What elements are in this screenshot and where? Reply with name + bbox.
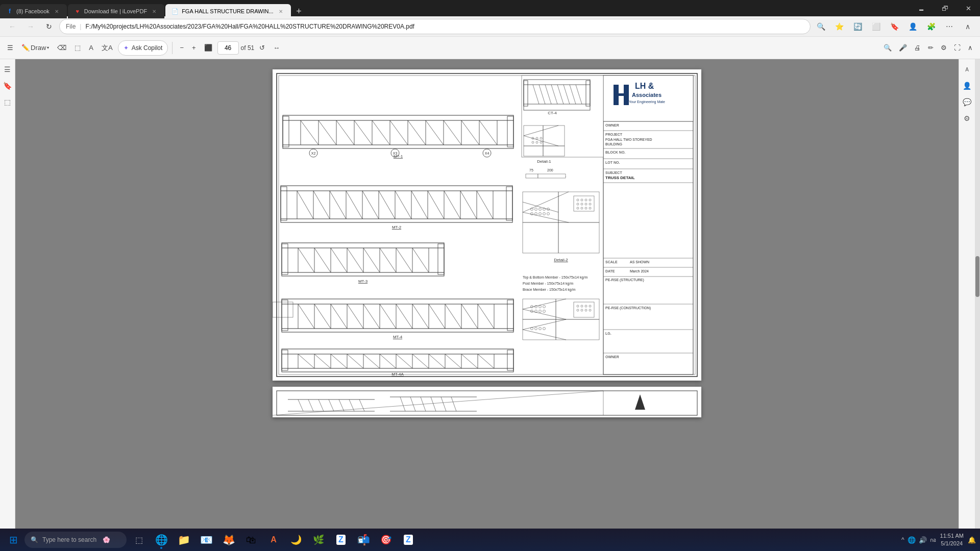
minimize-button[interactable]: 🗕	[910, 0, 933, 16]
svg-text:CT-4: CT-4	[548, 111, 557, 115]
svg-line-205	[314, 354, 331, 368]
copilot-btn[interactable]: ✦ Ask Copilot	[118, 40, 168, 56]
close-button[interactable]: ✕	[957, 0, 980, 16]
back-button[interactable]: ←	[4, 18, 20, 35]
tray-thai-icon[interactable]: กอ	[930, 536, 936, 544]
search-pdf-btn[interactable]: 🔍	[880, 40, 895, 56]
settings-btn[interactable]: ⚙	[938, 40, 950, 56]
taskbar-zoom-2[interactable]: Z	[398, 530, 419, 550]
svg-point-259	[531, 306, 533, 308]
sidebar-right-icon-4[interactable]: ⚙	[961, 112, 973, 124]
address-separator: |	[80, 23, 81, 30]
scrollbar-thumb[interactable]	[975, 256, 979, 297]
svg-rect-131	[281, 187, 287, 220]
forward-button[interactable]: →	[22, 18, 39, 35]
tray-notification-icon[interactable]: 🔔	[968, 536, 976, 544]
svg-text:MT-4A: MT-4A	[391, 372, 404, 377]
taskbar-store[interactable]: 🛍	[241, 530, 261, 550]
rotate-btn[interactable]: ↺	[256, 40, 268, 56]
eraser-btn[interactable]: ⌫	[54, 40, 69, 56]
taskbar-autocad[interactable]: A	[263, 530, 284, 550]
taskbar-explorer[interactable]: 📁	[174, 530, 194, 550]
fullscreen-btn[interactable]: ⛶	[951, 40, 964, 56]
taskbar-edge[interactable]: 🌐	[151, 530, 172, 550]
svg-point-246	[585, 207, 587, 209]
address-box[interactable]: File | F:/My%20projects/LH%20Associates/…	[59, 19, 811, 34]
tab-facebook-close[interactable]: ✕	[53, 7, 61, 15]
svg-rect-217	[507, 350, 513, 370]
edit-btn[interactable]: ✏	[925, 40, 937, 56]
voice-btn[interactable]: 🎤	[896, 40, 910, 56]
search-icon-btn[interactable]: 🔍	[813, 18, 829, 35]
maximize-button[interactable]: 🗗	[933, 0, 957, 16]
svg-line-255	[523, 299, 566, 309]
zoom-in-btn[interactable]: +	[189, 40, 199, 56]
toolbar-menu-btn[interactable]: ☰	[4, 40, 16, 56]
draw-tool-btn[interactable]: ✏️ Draw ▾	[18, 40, 52, 56]
start-button[interactable]: ⊞	[4, 531, 22, 549]
sidebar-bookmark-icon[interactable]: 🔖	[2, 80, 14, 92]
taskbar-firefox[interactable]: 🦊	[218, 530, 239, 550]
addressbar: ← → ↻ File | F:/My%20projects/LH%20Assoc…	[0, 16, 980, 37]
svg-text:MT-2: MT-2	[392, 225, 402, 230]
taskbar-outlook[interactable]: 📧	[196, 530, 216, 550]
tray-network-icon[interactable]: 🌐	[908, 536, 916, 544]
translate-btn[interactable]: 文A	[99, 40, 116, 56]
tab-ilovepdf-close[interactable]: ✕	[150, 7, 158, 15]
text-btn[interactable]: A	[86, 40, 96, 56]
tray-icon-1[interactable]: ^	[901, 536, 904, 543]
drawing-svg: LH & Associates Your Engineering Mate OW…	[273, 69, 701, 381]
tab-facebook[interactable]: f (8) Facebook ✕	[0, 4, 67, 18]
sidebar-right-icon-1[interactable]: A	[961, 63, 973, 76]
taskbar-zoom-1[interactable]: Z	[331, 530, 351, 550]
browser-collections[interactable]: 🔄	[849, 18, 866, 35]
svg-rect-66	[526, 174, 538, 178]
sidebar-toggle[interactable]: ∧	[960, 18, 976, 35]
fit-page-btn[interactable]: ⬛	[201, 40, 215, 56]
svg-line-122	[346, 191, 362, 219]
svg-line-99	[479, 120, 497, 145]
sidebar-toc-icon[interactable]: ☰	[2, 63, 14, 76]
store-icon: 🛍	[246, 534, 256, 546]
new-tab-button[interactable]: +	[292, 4, 306, 18]
refresh-button[interactable]: ↻	[41, 18, 57, 35]
svg-line-126	[411, 191, 428, 219]
svg-line-91	[336, 120, 354, 145]
view-toggle-btn[interactable]: ⬚	[71, 40, 84, 56]
svg-point-276	[589, 305, 591, 307]
svg-rect-132	[506, 187, 512, 220]
taskbar-datetime[interactable]: 11:51 AM 5/1/2024	[940, 532, 964, 548]
sidebar-right-icon-2[interactable]: 👤	[961, 80, 973, 92]
sidebar-thumb-icon[interactable]: ⬚	[2, 96, 14, 108]
print-btn[interactable]: 🖨	[911, 40, 924, 56]
zoom2-icon: Z	[404, 535, 413, 545]
zoom-out-btn[interactable]: −	[177, 40, 187, 56]
taskbar-time-value: 11:51 AM	[940, 532, 964, 540]
svg-line-129	[460, 191, 477, 219]
svg-line-93	[372, 120, 390, 145]
tab-fga[interactable]: 📄 FGA HALL STRUCTURE DRAWIN... ✕	[165, 4, 290, 18]
profile-icon[interactable]: 👤	[904, 18, 921, 35]
taskbar-outlook-2[interactable]: 📬	[353, 530, 374, 550]
taskbar-app-moon[interactable]: 🌙	[286, 530, 306, 550]
add-favorites[interactable]: 🔖	[886, 18, 902, 35]
collapse-btn[interactable]: ∧	[965, 40, 976, 56]
taskbar: ⊞ 🔍 Type here to search 🌸 ⬚ 🌐 📁 📧 🦊 🛍 A …	[0, 529, 980, 551]
taskbar-taskview[interactable]: ⬚	[129, 530, 149, 550]
more-options[interactable]: ⋯	[941, 18, 958, 35]
extensions-icon[interactable]: 🧩	[923, 18, 939, 35]
vertical-scrollbar[interactable]	[975, 59, 980, 551]
sidebar-right-icon-3[interactable]: 💬	[961, 96, 973, 108]
taskbar-app-leaf[interactable]: 🌿	[308, 530, 329, 550]
tab-ilovepdf[interactable]: ♥ Download file | iLovePDF ✕	[68, 4, 164, 18]
fit-width-btn[interactable]: ↔	[270, 40, 283, 56]
favorites-icon-btn[interactable]: ⭐	[831, 18, 847, 35]
page-number-input[interactable]	[217, 41, 239, 55]
tray-sound-icon[interactable]: 🔊	[919, 536, 927, 544]
taskbar-app-target[interactable]: 🎯	[376, 530, 396, 550]
svg-point-279	[585, 309, 587, 311]
tab-fga-close[interactable]: ✕	[277, 7, 285, 15]
taskbar-search-box[interactable]: 🔍 Type here to search 🌸	[24, 532, 127, 548]
split-screen[interactable]: ⬜	[868, 18, 884, 35]
pdf-area[interactable]: LH & Associates Your Engineering Mate OW…	[15, 59, 959, 551]
